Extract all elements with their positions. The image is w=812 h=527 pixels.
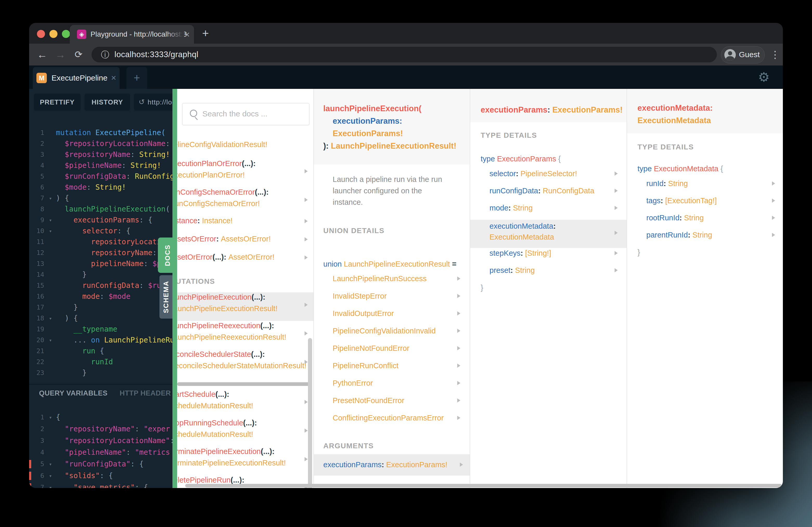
code-token: :: [144, 259, 153, 268]
scrollbar-thumb[interactable]: [177, 382, 312, 386]
type-field-row[interactable]: preset: String: [470, 265, 626, 282]
list-item[interactable]: reconcileSchedulerState(...):ReconcileSc…: [177, 349, 314, 378]
code-token: "pipelineName": [65, 448, 126, 456]
tab-close-icon[interactable]: ✕: [184, 31, 190, 39]
description-line: instance.: [333, 196, 442, 208]
endpoint-reload-icon[interactable]: ↺: [139, 93, 145, 111]
fold-arrow-icon[interactable]: ▾: [49, 482, 52, 488]
argument-row[interactable]: executionParams: ExecutionParams!: [314, 454, 470, 476]
browser-menu-icon[interactable]: ⋮: [770, 46, 780, 63]
forward-icon[interactable]: →: [53, 44, 68, 65]
site-info-icon[interactable]: ⓘ: [101, 47, 109, 62]
union-member-row[interactable]: PipelineConfigValidationInvalid: [314, 327, 470, 344]
tab-query-variables[interactable]: QUERY VARIABLES: [39, 389, 108, 397]
query-editor-panel[interactable]: PRETTIFY HISTORY ↺http://loc 1mutation E…: [29, 89, 172, 488]
variables-line: 3"repositoryLocationName":: [29, 435, 172, 446]
list-item[interactable]: launchPipelineReexecution(...):LaunchPip…: [177, 321, 314, 349]
code-token: :: [122, 161, 131, 170]
code-token: :: [520, 249, 525, 257]
list-item[interactable]: runConfigSchemaOrError(...):RunConfigSch…: [177, 187, 314, 216]
type-field-row[interactable]: mode: String: [470, 203, 626, 220]
tab-http-headers[interactable]: HTTP HEADER: [120, 389, 171, 397]
column-vertical-scrollbar[interactable]: [308, 338, 312, 488]
union-member-row[interactable]: PipelineNotFoundError: [314, 344, 470, 361]
back-icon[interactable]: ←: [34, 44, 50, 65]
variables-line: 5▾"runConfigData": {: [29, 459, 172, 470]
list-item[interactable]: instance: Instance!: [177, 216, 314, 234]
fold-arrow-icon[interactable]: ▾: [49, 412, 52, 423]
type-field-row[interactable]: stepKeys: [String!]: [470, 248, 626, 265]
type-field-row[interactable]: executionMetadata:ExecutionMetadata: [470, 220, 626, 248]
settings-gear-icon[interactable]: ⚙: [755, 65, 773, 89]
union-member-row[interactable]: InvalidStepError: [314, 292, 470, 309]
union-member-row[interactable]: InvalidOutputError: [314, 309, 470, 327]
type-field-row[interactable]: runId: String: [627, 178, 783, 195]
union-member-row[interactable]: PipelineRunConflict: [314, 361, 470, 379]
code-token: : {: [139, 216, 153, 224]
type-field-row[interactable]: tags: [ExecutionTag!]: [627, 195, 783, 213]
close-window-button[interactable]: [37, 30, 45, 38]
code-token: :: [87, 183, 96, 192]
screenshot-root: { "colors": { "accent_green": "#58B176",…: [0, 0, 812, 527]
list-item[interactable]: assetsOrError: AssetsOrError!: [177, 234, 314, 252]
list-item[interactable]: stopRunningSchedule(...):ScheduleMutatio…: [177, 418, 314, 447]
playground-tab[interactable]: M ExecutePipeline ✕: [33, 67, 120, 89]
schema-side-tab[interactable]: SCHEMA: [159, 275, 172, 319]
reload-icon[interactable]: ⟳: [71, 44, 86, 65]
union-member-row[interactable]: ConflictingExecutionParamsError: [314, 414, 470, 431]
union-member-row[interactable]: PythonError: [314, 379, 470, 396]
search-input[interactable]: [202, 103, 304, 124]
docs-horizontal-scrollbar[interactable]: [185, 484, 782, 487]
list-item[interactable]: executionPlanOrError(...):ExecutionPlanO…: [177, 159, 314, 187]
code-token: tags: [646, 196, 661, 205]
type-field-row[interactable]: runConfigData: RunConfigData: [470, 185, 626, 203]
fold-arrow-icon[interactable]: ▾: [49, 459, 52, 470]
playground-tab-close-icon[interactable]: ✕: [111, 67, 117, 89]
minimize-window-button[interactable]: [49, 30, 57, 38]
code-token: $runConfigData: [65, 172, 126, 181]
profile-button[interactable]: Guest: [721, 46, 765, 63]
address-bar[interactable]: ⓘ localhost:3333/graphql: [91, 47, 717, 62]
playground-new-tab-button[interactable]: +: [126, 67, 147, 89]
list-item[interactable]: pelineConfigValidationResult!: [177, 139, 314, 159]
field-description: Launch a pipeline run via the runlaunche…: [333, 174, 442, 208]
endpoint-input[interactable]: ↺http://loc: [134, 93, 172, 111]
fold-arrow-icon[interactable]: ▾: [49, 470, 52, 481]
chevron-right-icon: [305, 237, 308, 241]
code-token: union: [323, 260, 344, 268]
type-field-row[interactable]: parentRunId: String: [627, 230, 783, 247]
new-tab-button[interactable]: +: [199, 27, 212, 40]
code-line: 20▾... on LaunchPipelineRunSuccess: [29, 335, 172, 346]
list-item[interactable]: assetOrError(...): AssetOrError!: [177, 252, 314, 271]
chevron-right-icon: [305, 457, 308, 461]
fold-arrow-icon[interactable]: ▾: [49, 193, 52, 204]
fold-arrow-icon[interactable]: ▾: [49, 335, 52, 346]
docs-divider-bar[interactable]: [172, 89, 177, 488]
union-member-row[interactable]: LaunchPipelineRunSuccess: [314, 274, 470, 292]
maximize-window-button[interactable]: [62, 30, 70, 38]
chevron-right-icon: [772, 198, 775, 203]
fold-arrow-icon[interactable]: ▾: [49, 215, 52, 226]
list-item[interactable]: launchPipelineExecution(...):LaunchPipel…: [177, 292, 314, 321]
prettify-button[interactable]: PRETTIFY: [34, 93, 81, 111]
fold-arrow-icon[interactable]: ▾: [49, 226, 52, 237]
type-field-row[interactable]: selector: PipelineSelector!: [470, 168, 626, 185]
line-number: 19: [29, 324, 44, 335]
panel-divider[interactable]: [29, 384, 172, 385]
code-line: 18▾) {: [29, 313, 172, 324]
line-number: 3: [29, 149, 44, 160]
browser-tab[interactable]: ◈ Playground - http://localhost:3 ✕: [70, 25, 194, 44]
docs-search-box[interactable]: [182, 103, 309, 125]
type-field-row[interactable]: rootRunId: String: [627, 213, 783, 230]
chevron-right-icon: [457, 416, 460, 420]
code-token: String!: [96, 183, 126, 192]
docs-side-tab[interactable]: DOCS: [158, 238, 177, 273]
docs-column-executionparams: executionParams: ExecutionParams! TYPE D…: [470, 89, 627, 488]
fold-arrow-icon[interactable]: ▾: [49, 313, 52, 324]
column-horizontal-scrollbar[interactable]: [177, 378, 314, 390]
history-button[interactable]: HISTORY: [85, 93, 130, 111]
list-item[interactable]: startSchedule(...):ScheduleMutationResul…: [177, 390, 314, 418]
line-number: 15: [29, 280, 44, 291]
union-member-row[interactable]: PresetNotFoundError: [314, 396, 470, 414]
list-item[interactable]: terminatePipelineExecution(...):Terminat…: [177, 447, 314, 475]
